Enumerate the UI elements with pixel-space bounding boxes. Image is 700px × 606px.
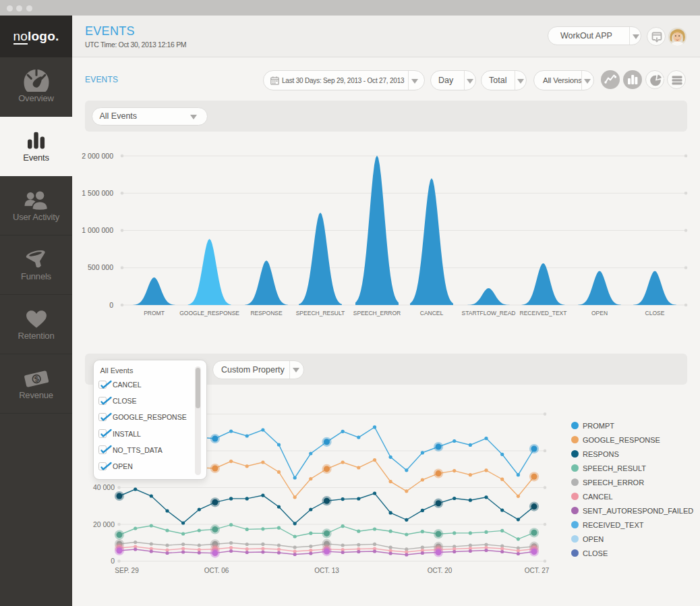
svg-text:SPEECH_RESULT: SPEECH_RESULT <box>583 464 646 472</box>
svg-text:OCT. 06: OCT. 06 <box>204 567 229 574</box>
svg-text:OCT. 27: OCT. 27 <box>525 567 550 574</box>
svg-text:STARTFLOW_READ: STARTFLOW_READ <box>462 310 516 316</box>
svg-text:GOOGLE_RESPONSE: GOOGLE_RESPONSE <box>179 310 239 316</box>
svg-text:RECEIVED_TEXT: RECEIVED_TEXT <box>520 310 567 316</box>
svg-text:CANCEL: CANCEL <box>420 310 444 316</box>
svg-text:OCT. 20: OCT. 20 <box>428 567 453 574</box>
svg-text:1 000 000: 1 000 000 <box>82 226 113 234</box>
svg-text:RESPONS: RESPONS <box>583 450 619 458</box>
svg-text:CLOSE: CLOSE <box>583 549 608 557</box>
svg-text:PROMPT: PROMPT <box>583 422 614 430</box>
svg-text:OPEN: OPEN <box>591 310 608 316</box>
svg-text:RECEIVED_TEXT: RECEIVED_TEXT <box>583 521 644 529</box>
svg-text:PROMT: PROMT <box>144 310 165 316</box>
svg-text:OPEN: OPEN <box>583 535 604 543</box>
svg-text:CLOSE: CLOSE <box>645 310 665 316</box>
svg-text:OCT. 13: OCT. 13 <box>314 567 339 574</box>
svg-text:1 500 000: 1 500 000 <box>82 189 113 197</box>
svg-text:20 000: 20 000 <box>93 520 115 528</box>
svg-text:RESPONSE: RESPONSE <box>250 310 283 316</box>
svg-text:SPEECH_RESULT: SPEECH_RESULT <box>296 310 345 316</box>
svg-text:GOOGLE_RESPONSE: GOOGLE_RESPONSE <box>583 436 660 444</box>
svg-text:SENT_AUTORESPOND_FAILED: SENT_AUTORESPOND_FAILED <box>583 507 693 515</box>
svg-text:SPEECH_ERROR: SPEECH_ERROR <box>583 478 644 487</box>
svg-text:0: 0 <box>111 557 115 565</box>
svg-text:2 000 000: 2 000 000 <box>82 152 113 160</box>
svg-text:40 000: 40 000 <box>93 483 115 491</box>
svg-text:SEP. 29: SEP. 29 <box>115 567 139 574</box>
svg-text:500 000: 500 000 <box>88 263 113 271</box>
svg-text:0: 0 <box>109 301 113 309</box>
svg-text:SPEECH_ERROR: SPEECH_ERROR <box>353 310 401 316</box>
svg-text:CANCEL: CANCEL <box>583 493 613 501</box>
